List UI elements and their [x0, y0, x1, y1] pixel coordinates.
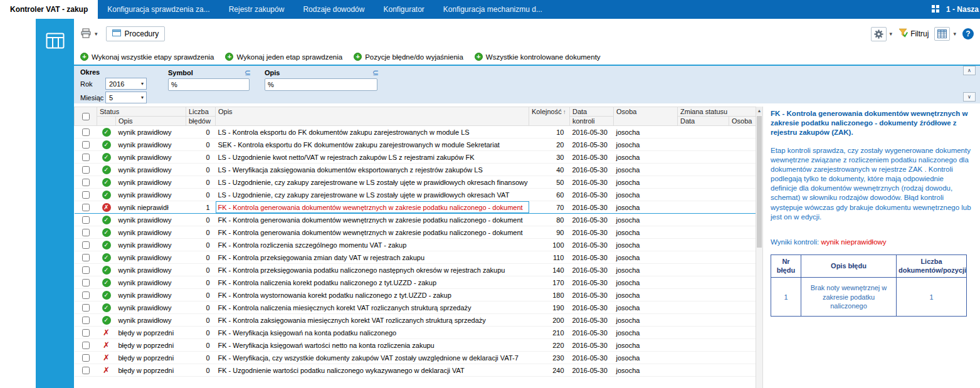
col-kolejnosc[interactable]: Kolejność↑	[529, 107, 570, 126]
run-all-steps-button[interactable]: + Wykonaj wszystkie etapy sprawdzenia	[80, 53, 214, 61]
order-number: 180	[529, 289, 570, 301]
apps-grid-icon[interactable]	[931, 4, 940, 15]
col-status[interactable]: Status	[97, 107, 186, 117]
status-change-date	[678, 289, 729, 301]
row-checkbox[interactable]	[82, 266, 90, 274]
tab-konfigurator[interactable]: Konfigurator	[374, 0, 433, 19]
control-description: FK - Kontrola generowania dokumentów wew…	[216, 226, 529, 239]
control-row[interactable]: ✓ wynik prawidłowy 0 FK - Kontrola rozli…	[75, 239, 756, 251]
symbol-input[interactable]	[168, 78, 250, 91]
control-row[interactable]: ✓ wynik prawidłowy 0 FK - Kontrola wysto…	[75, 289, 756, 301]
col-status-opis[interactable]: Opis	[116, 117, 186, 126]
control-row[interactable]: ✓ wynik prawidłowy 0 LS - Uzgodnienie, c…	[75, 189, 756, 201]
error-positions-button[interactable]: + Pozycje błędne/do wyjaśnienia	[354, 53, 463, 61]
miesiac-select[interactable]: 5▾	[105, 92, 147, 103]
company-selector[interactable]: 1 - Nasza	[946, 5, 979, 14]
run-one-step-button[interactable]: + Wykonaj jeden etap sprawdzenia	[225, 53, 342, 61]
control-row[interactable]: ✓ wynik prawidłowy 0 FK - Kontrola przek…	[75, 264, 756, 276]
row-checkbox[interactable]	[82, 204, 90, 211]
col-zmiana-osoba[interactable]: Osoba	[729, 117, 756, 126]
status-icon: ✓	[102, 316, 111, 325]
table-scrollbar[interactable]: ▲	[756, 107, 763, 388]
all-controlled-documents-button[interactable]: + Wszystkie kontrolowane dokumenty	[475, 53, 601, 61]
procedury-button[interactable]: Procedury	[106, 26, 166, 41]
status-text: wynik prawidłowy	[116, 189, 186, 201]
status-text: wynik prawidłowy	[116, 176, 186, 189]
status-icon: ✗	[102, 203, 111, 212]
col-zmiana-statusu[interactable]: Zmiana statusu	[678, 107, 756, 117]
control-row[interactable]: ✗ błędy w poprzedni 0 FK - Weryfikacja k…	[75, 327, 756, 339]
control-row[interactable]: ✗ błędy w poprzedni 0 FK - Uzgodnienie w…	[75, 364, 756, 377]
row-checkbox[interactable]	[82, 279, 90, 286]
row-checkbox[interactable]	[82, 141, 90, 149]
control-row[interactable]: ✓ wynik prawidłowy 0 LS - Uzgodnienie, c…	[75, 176, 756, 189]
row-checkbox[interactable]	[82, 304, 90, 312]
scroll-up-icon[interactable]: ▲	[756, 107, 762, 115]
row-checkbox[interactable]	[82, 216, 90, 224]
tab-konfiguracja-mechanizmu[interactable]: Konfiguracja mechanizmu d...	[434, 0, 552, 19]
col-bledow[interactable]: błędów	[186, 117, 216, 126]
row-checkbox[interactable]	[82, 354, 90, 362]
control-row[interactable]: ✗ błędy w poprzedni 0 FK - Weryfikacja, …	[75, 352, 756, 364]
layout-button[interactable]: ▾	[934, 27, 957, 41]
control-row[interactable]: ✓ wynik prawidłowy 0 FK - Kontrola nalic…	[75, 301, 756, 314]
error-count: 0	[186, 251, 216, 264]
tab-rejestr-zakupow[interactable]: Rejestr zakupów	[219, 0, 294, 19]
control-row[interactable]: ✗ błędy w poprzedni 0 FK - Weryfikacja k…	[75, 339, 756, 352]
control-row[interactable]: ✓ wynik prawidłowy 0 FK - Kontrola gener…	[75, 214, 756, 226]
control-row[interactable]: ✓ wynik prawidłowy 0 LS - Weryfikacja za…	[75, 164, 756, 176]
control-row[interactable]: ✓ wynik prawidłowy 0 FK - Kontrola nalic…	[75, 276, 756, 289]
row-checkbox[interactable]	[82, 291, 90, 299]
row-checkbox[interactable]	[82, 179, 90, 186]
row-checkbox[interactable]	[82, 166, 90, 174]
status-change-person	[729, 352, 756, 364]
col-data-kontroli[interactable]: Data	[570, 107, 614, 117]
row-checkbox[interactable]	[82, 342, 90, 349]
col-kontroli[interactable]: kontroli	[570, 117, 614, 126]
col-zmiana-data[interactable]: Data	[678, 117, 729, 126]
row-checkbox[interactable]	[82, 191, 90, 199]
control-date: 2016-05-30	[570, 164, 614, 176]
row-checkbox[interactable]	[82, 367, 90, 374]
control-row[interactable]: ✓ wynik prawidłowy 0 FK - Kontrola gener…	[75, 226, 756, 239]
control-row[interactable]: ✓ wynik prawidłowy 0 LS - Kontrola ekspo…	[75, 126, 756, 139]
subset-filter-icon[interactable]: ⊆	[240, 68, 251, 77]
scrollbar-thumb[interactable]	[757, 116, 762, 248]
print-button[interactable]: ▾	[80, 28, 98, 40]
row-checkbox[interactable]	[82, 329, 90, 337]
subset-filter-icon[interactable]: ⊆	[367, 68, 379, 77]
filter-collapse-down-button[interactable]: ∨	[963, 92, 976, 102]
control-row[interactable]: ✗ wynik nieprawidł 1 FK - Kontrola gener…	[75, 201, 756, 214]
row-checkbox[interactable]	[82, 317, 90, 324]
error-count: 0	[186, 314, 216, 327]
control-row[interactable]: ✓ wynik prawidłowy 0 FK - Kontrola zaksi…	[75, 314, 756, 327]
row-checkbox[interactable]	[82, 241, 90, 249]
table-view-icon[interactable]	[46, 33, 65, 388]
order-number: 110	[529, 251, 570, 264]
select-all-checkbox[interactable]	[82, 113, 90, 120]
row-checkbox[interactable]	[82, 154, 90, 161]
status-text: wynik prawidłowy	[116, 276, 186, 289]
col-opis[interactable]: Opis	[216, 107, 529, 126]
settings-button[interactable]: ▾	[871, 27, 893, 41]
col-osoba[interactable]: Osoba	[614, 107, 678, 126]
filtruj-button[interactable]: Filtruj	[898, 28, 929, 39]
row-checkbox[interactable]	[82, 254, 90, 261]
row-checkbox[interactable]	[82, 128, 90, 136]
row-checkbox[interactable]	[82, 229, 90, 236]
rok-select[interactable]: 2016▾	[105, 78, 147, 90]
filter-collapse-up-button[interactable]: ∧	[963, 66, 976, 75]
status-icon: ✗	[103, 353, 110, 362]
col-liczba[interactable]: Liczba	[186, 107, 216, 117]
opis-input[interactable]	[265, 78, 377, 91]
control-row[interactable]: ✓ wynik prawidłowy 0 SEK - Kontrola eksp…	[75, 139, 756, 151]
chevron-down-icon: ▾	[952, 31, 957, 37]
tab-rodzaje-dowodow[interactable]: Rodzaje dowodów	[293, 0, 374, 19]
help-icon[interactable]: ?	[962, 28, 974, 39]
control-row[interactable]: ✓ wynik prawidłowy 0 LS - Uzgodnienie kw…	[75, 151, 756, 164]
tab-konfiguracja-sprawdzenia[interactable]: Konfiguracja sprawdzenia za...	[98, 0, 219, 19]
status-icon: ✗	[103, 340, 110, 350]
control-row[interactable]: ✓ wynik prawidłowy 0 FK - Kontrola przek…	[75, 251, 756, 264]
action-label: Wykonaj jeden etap sprawdzenia	[236, 53, 342, 61]
tab-kontroler-vat-zakup[interactable]: Kontroler VAT - zakup	[0, 0, 98, 19]
